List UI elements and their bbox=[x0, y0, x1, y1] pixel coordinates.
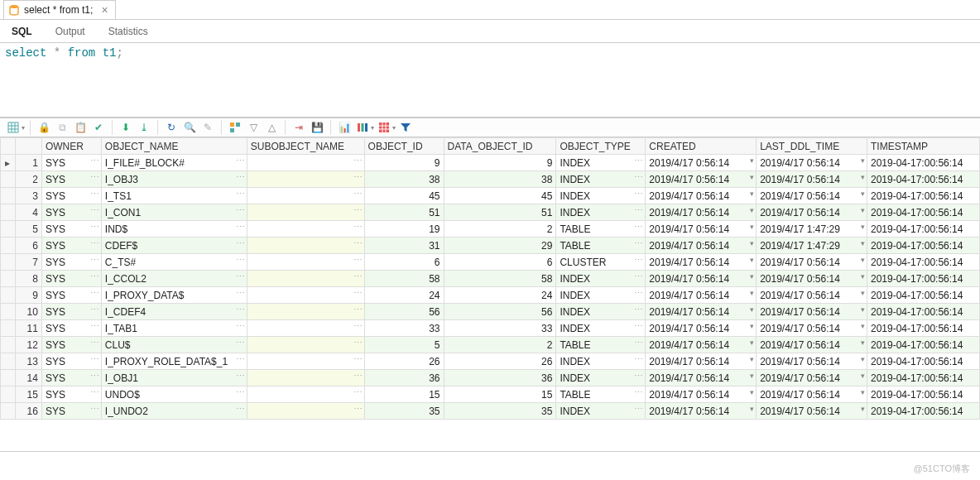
grid-options-icon[interactable] bbox=[5, 119, 22, 136]
col-object-id[interactable]: OBJECT_ID bbox=[364, 138, 444, 155]
cell-owner[interactable]: SYS bbox=[41, 337, 101, 353]
find-icon[interactable]: 🔍 bbox=[181, 119, 198, 136]
cell-created[interactable]: 2019/4/17 0:56:14 bbox=[646, 204, 757, 221]
cell-last-ddl-time[interactable]: 2019/4/17 0:56:14 bbox=[757, 254, 867, 271]
col-subobject-name[interactable]: SUBOBJECT_NAME bbox=[247, 138, 364, 155]
col-data-object-id[interactable]: DATA_OBJECT_ID bbox=[444, 138, 556, 155]
cell-subobject-name[interactable] bbox=[247, 238, 364, 254]
cell-created[interactable]: 2019/4/17 0:56:14 bbox=[646, 188, 757, 204]
row-marker[interactable] bbox=[1, 204, 16, 221]
cell-created[interactable]: 2019/4/17 0:56:14 bbox=[646, 271, 757, 287]
cell-object-name[interactable]: I_PROXY_DATA$ bbox=[101, 287, 247, 304]
cell-timestamp[interactable]: 2019-04-17:00:56:14 bbox=[867, 204, 979, 221]
cell-last-ddl-time[interactable]: 2019/4/17 0:56:14 bbox=[757, 304, 867, 320]
cell-data-object-id[interactable]: 58 bbox=[444, 271, 556, 287]
cell-data-object-id[interactable]: 45 bbox=[444, 188, 556, 204]
cell-owner[interactable]: SYS bbox=[41, 171, 101, 188]
cell-created[interactable]: 2019/4/17 0:56:14 bbox=[646, 155, 757, 171]
cell-last-ddl-time[interactable]: 2019/4/17 0:56:14 bbox=[757, 353, 867, 370]
cell-data-object-id[interactable]: 36 bbox=[444, 370, 556, 386]
cell-data-object-id[interactable]: 9 bbox=[444, 155, 556, 171]
cell-object-type[interactable]: TABLE bbox=[556, 386, 646, 403]
col-owner[interactable]: OWNER bbox=[41, 138, 101, 155]
cell-subobject-name[interactable] bbox=[247, 287, 364, 304]
cell-object-id[interactable]: 36 bbox=[364, 370, 444, 386]
table-row[interactable]: 15SYSUNDO$1515TABLE2019/4/17 0:56:142019… bbox=[1, 386, 980, 403]
cell-subobject-name[interactable] bbox=[247, 370, 364, 386]
cell-data-object-id[interactable]: 6 bbox=[444, 254, 556, 271]
row-marker[interactable] bbox=[1, 238, 16, 254]
cell-object-type[interactable]: CLUSTER bbox=[556, 254, 646, 271]
cell-last-ddl-time[interactable]: 2019/4/17 1:47:29 bbox=[757, 238, 867, 254]
export-icon[interactable]: ⇥ bbox=[291, 119, 307, 136]
cell-object-name[interactable]: CDEF$ bbox=[101, 238, 247, 254]
commit-icon[interactable]: ✔ bbox=[90, 119, 107, 136]
cell-object-type[interactable]: TABLE bbox=[556, 337, 646, 353]
cell-object-name[interactable]: I_TS1 bbox=[101, 188, 247, 204]
cell-object-type[interactable]: INDEX bbox=[556, 155, 646, 171]
cell-last-ddl-time[interactable]: 2019/4/17 0:56:14 bbox=[757, 171, 867, 188]
results-grid-wrap[interactable]: OWNER OBJECT_NAME SUBOBJECT_NAME OBJECT_… bbox=[0, 137, 980, 452]
cell-last-ddl-time[interactable]: 2019/4/17 0:56:14 bbox=[757, 320, 867, 337]
cell-data-object-id[interactable]: 56 bbox=[444, 304, 556, 320]
cell-owner[interactable]: SYS bbox=[41, 188, 101, 204]
tab-statistics[interactable]: Statistics bbox=[97, 20, 160, 43]
query-builder-icon[interactable] bbox=[227, 119, 243, 136]
cell-created[interactable]: 2019/4/17 0:56:14 bbox=[646, 337, 757, 353]
cell-last-ddl-time[interactable]: 2019/4/17 0:56:14 bbox=[757, 287, 867, 304]
cell-created[interactable]: 2019/4/17 0:56:14 bbox=[646, 238, 757, 254]
cell-object-id[interactable]: 31 bbox=[364, 238, 444, 254]
table-row[interactable]: 11SYSI_TAB13333INDEX2019/4/17 0:56:14201… bbox=[1, 320, 980, 337]
cell-owner[interactable]: SYS bbox=[41, 238, 101, 254]
cell-object-id[interactable]: 6 bbox=[364, 254, 444, 271]
cell-owner[interactable]: SYS bbox=[41, 204, 101, 221]
cell-object-id[interactable]: 15 bbox=[364, 386, 444, 403]
cell-object-name[interactable]: CLU$ bbox=[101, 337, 247, 353]
close-icon[interactable]: × bbox=[101, 4, 108, 16]
cell-owner[interactable]: SYS bbox=[41, 221, 101, 238]
lock-icon[interactable]: 🔒 bbox=[36, 119, 52, 136]
cell-subobject-name[interactable] bbox=[247, 337, 364, 353]
cell-last-ddl-time[interactable]: 2019/4/17 0:56:14 bbox=[757, 271, 867, 287]
cell-object-name[interactable]: I_OBJ3 bbox=[101, 171, 247, 188]
cell-object-type[interactable]: INDEX bbox=[556, 188, 646, 204]
row-marker[interactable] bbox=[1, 337, 16, 353]
cell-timestamp[interactable]: 2019-04-17:00:56:14 bbox=[867, 238, 979, 254]
row-marker[interactable] bbox=[1, 287, 16, 304]
cell-timestamp[interactable]: 2019-04-17:00:56:14 bbox=[867, 188, 979, 204]
row-marker[interactable] bbox=[1, 304, 16, 320]
row-marker[interactable] bbox=[1, 370, 16, 386]
filter-icon[interactable] bbox=[397, 119, 414, 136]
cell-last-ddl-time[interactable]: 2019/4/17 0:56:14 bbox=[757, 370, 867, 386]
cell-timestamp[interactable]: 2019-04-17:00:56:14 bbox=[867, 337, 979, 353]
cell-object-type[interactable]: INDEX bbox=[556, 304, 646, 320]
cell-data-object-id[interactable]: 2 bbox=[444, 221, 556, 238]
row-marker[interactable] bbox=[1, 254, 16, 271]
cell-object-type[interactable]: INDEX bbox=[556, 271, 646, 287]
cell-subobject-name[interactable] bbox=[247, 254, 364, 271]
cell-object-type[interactable]: INDEX bbox=[556, 320, 646, 337]
cell-object-name[interactable]: I_PROXY_ROLE_DATA$_1 bbox=[101, 353, 247, 370]
columns-icon[interactable] bbox=[354, 119, 371, 136]
save-icon[interactable]: 💾 bbox=[309, 119, 325, 136]
chart-icon[interactable]: 📊 bbox=[336, 119, 353, 136]
sort-desc-icon[interactable]: △ bbox=[263, 119, 280, 136]
cell-object-id[interactable]: 58 bbox=[364, 271, 444, 287]
tab-sql[interactable]: SQL bbox=[0, 20, 44, 43]
cell-subobject-name[interactable] bbox=[247, 155, 364, 171]
col-marker[interactable] bbox=[1, 138, 16, 155]
cell-subobject-name[interactable] bbox=[247, 221, 364, 238]
col-last-ddl-time[interactable]: LAST_DDL_TIME bbox=[757, 138, 867, 155]
cell-created[interactable]: 2019/4/17 0:56:14 bbox=[646, 287, 757, 304]
table-row[interactable]: ▸1SYSI_FILE#_BLOCK#99INDEX2019/4/17 0:56… bbox=[1, 155, 980, 171]
cell-created[interactable]: 2019/4/17 0:56:14 bbox=[646, 221, 757, 238]
cell-object-type[interactable]: INDEX bbox=[556, 204, 646, 221]
cell-object-type[interactable]: INDEX bbox=[556, 370, 646, 386]
cell-subobject-name[interactable] bbox=[247, 353, 364, 370]
cell-timestamp[interactable]: 2019-04-17:00:56:14 bbox=[867, 386, 979, 403]
cell-subobject-name[interactable] bbox=[247, 171, 364, 188]
cell-object-type[interactable]: INDEX bbox=[556, 403, 646, 420]
cell-created[interactable]: 2019/4/17 0:56:14 bbox=[646, 386, 757, 403]
cell-object-id[interactable]: 9 bbox=[364, 155, 444, 171]
cell-object-name[interactable]: UNDO$ bbox=[101, 386, 247, 403]
